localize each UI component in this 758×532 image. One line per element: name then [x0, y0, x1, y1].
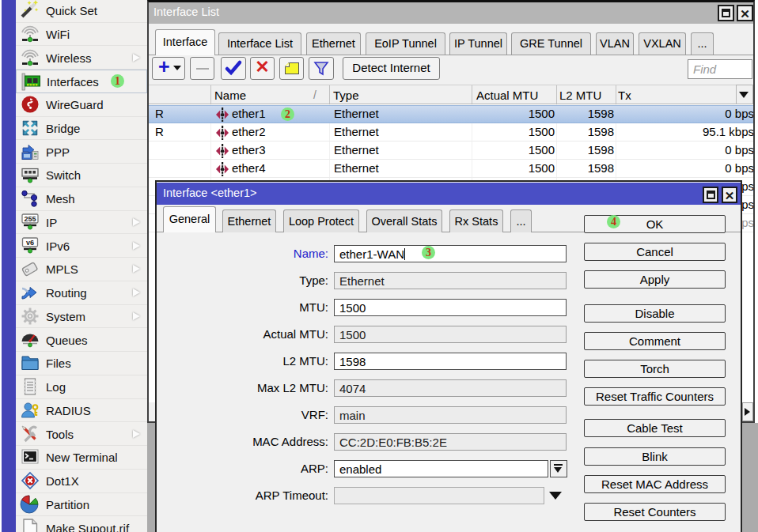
svg-text:255: 255	[24, 214, 36, 222]
svg-text:v6: v6	[26, 238, 34, 246]
